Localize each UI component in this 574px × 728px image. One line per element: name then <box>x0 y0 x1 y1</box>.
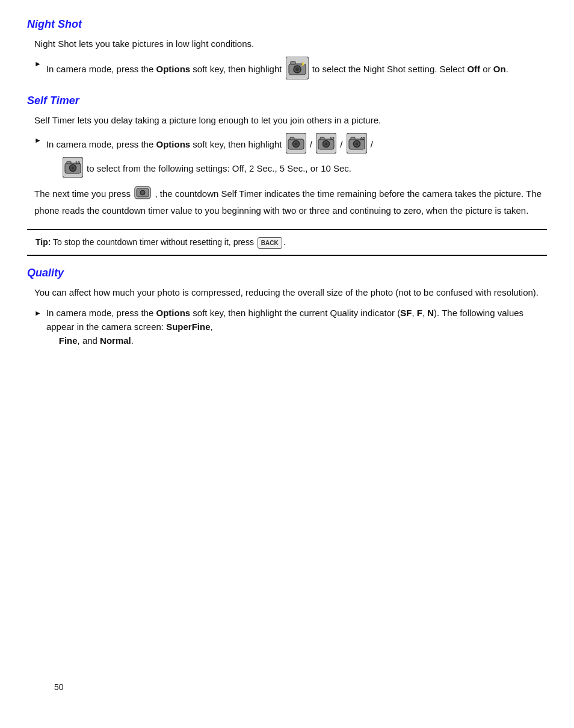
svg-rect-9 <box>290 137 294 140</box>
off-bold: Off <box>467 64 480 74</box>
page-content: Night Shot Night Shot lets you take pict… <box>27 18 547 710</box>
svg-rect-4 <box>291 61 295 64</box>
sf-bold: SF <box>400 308 412 318</box>
night-shot-bullet: ► In camera mode, press the Options soft… <box>34 57 547 83</box>
timer-5sec-icon: 05 <box>347 133 367 157</box>
fine-bold: Fine <box>59 335 78 346</box>
timer-off-icon <box>286 133 306 157</box>
svg-point-25 <box>71 167 74 170</box>
svg-point-19 <box>355 142 358 145</box>
quality-intro: You can affect how much your photo is co… <box>34 285 547 299</box>
self-timer-intro: Self Timer lets you delay taking a pictu… <box>34 113 547 127</box>
night-shot-icon <box>286 57 309 83</box>
options-bold-2: Options <box>156 139 190 149</box>
superfine-bold: SuperFine <box>166 322 210 332</box>
bullet-arrow-icon-3: ► <box>34 308 42 319</box>
svg-point-3 <box>295 67 299 71</box>
svg-text:10: 10 <box>75 161 80 165</box>
svg-text:02: 02 <box>330 137 335 141</box>
self-timer-title: Self Timer <box>27 95 547 107</box>
back-key-icon: BACK <box>258 237 282 249</box>
quality-section: Quality You can affect how much your pho… <box>27 267 547 347</box>
timer-2sec-icon: 02 <box>316 133 336 157</box>
svg-point-30 <box>140 190 145 195</box>
night-shot-intro: Night Shot lets you take pictures in low… <box>34 37 547 51</box>
quality-title: Quality <box>27 267 547 279</box>
tip-box: Tip: To stop the countdown timer without… <box>27 229 547 256</box>
svg-rect-26 <box>67 161 71 164</box>
night-shot-bullet-text: In camera mode, press the Options soft k… <box>46 57 547 83</box>
self-timer-bullet-text: In camera mode, press the Options soft k… <box>46 133 547 182</box>
quality-bullet: ► In camera mode, press the Options soft… <box>34 306 547 348</box>
svg-point-13 <box>325 142 328 145</box>
page-number: 50 <box>54 682 64 692</box>
bullet-arrow-icon: ► <box>34 58 42 70</box>
self-timer-section: Self Timer Self Timer lets you delay tak… <box>27 95 547 219</box>
tip-label: Tip: <box>35 237 51 247</box>
self-timer-bullet: ► In camera mode, press the Options soft… <box>34 133 547 182</box>
svg-point-8 <box>294 142 297 145</box>
svg-rect-20 <box>351 137 355 140</box>
self-timer-paragraph: The next time you press , the countdown … <box>34 186 547 218</box>
options-bold-3: Options <box>156 308 190 318</box>
f-bold: F <box>417 308 422 318</box>
normal-bold: Normal <box>100 335 131 346</box>
night-shot-title: Night Shot <box>27 18 547 31</box>
on-bold: On <box>493 64 506 74</box>
tip-text: To stop the countdown timer without rese… <box>53 237 254 247</box>
svg-rect-14 <box>320 137 324 140</box>
bullet-arrow-icon-2: ► <box>34 135 42 146</box>
options-bold-1: Options <box>156 64 190 74</box>
shutter-button-icon <box>134 186 151 204</box>
svg-text:05: 05 <box>360 137 365 141</box>
timer-10sec-icon: 10 <box>63 157 83 181</box>
night-shot-section: Night Shot Night Shot lets you take pict… <box>27 18 547 84</box>
quality-bullet-text: In camera mode, press the Options soft k… <box>46 306 547 348</box>
n-bold: N <box>427 308 434 318</box>
